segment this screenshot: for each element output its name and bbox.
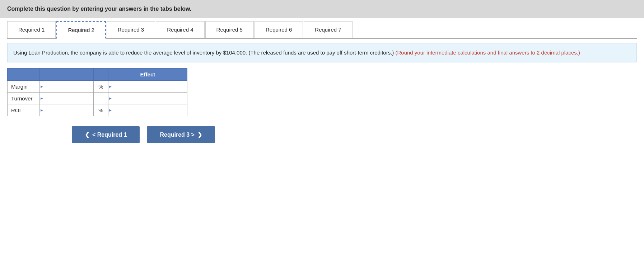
table-row: ROI ► % ► [8, 104, 187, 116]
col-header-empty1 [8, 69, 40, 81]
turnover-effect-input[interactable] [113, 93, 187, 104]
margin-unit: % [94, 81, 108, 93]
prev-label: < Required 1 [92, 132, 127, 138]
header-text: Complete this question by entering your … [7, 6, 191, 12]
nav-buttons: ❮ < Required 1 Required 3 > ❯ [72, 126, 637, 143]
row-label-turnover: Turnover [8, 93, 40, 104]
col-header-empty2 [40, 69, 94, 81]
instruction-box: Using Lean Production, the company is ab… [7, 43, 637, 62]
turnover-arrow-icon: ► [40, 96, 44, 100]
tab-required7[interactable]: Required 7 [304, 21, 352, 38]
next-button[interactable]: Required 3 > ❯ [147, 126, 215, 143]
tab-required4[interactable]: Required 4 [156, 21, 204, 38]
question-note: (Round your intermediate calculations an… [396, 50, 580, 56]
next-icon: ❯ [197, 131, 202, 138]
margin-effect-input[interactable] [113, 81, 187, 92]
table-row: Turnover ► ► [8, 93, 187, 104]
roi-effect-cell: ► [108, 104, 187, 116]
roi-effect-arrow-icon: ► [108, 108, 112, 112]
tab-required6[interactable]: Required 6 [255, 21, 303, 38]
turnover-effect-arrow-icon: ► [108, 96, 112, 100]
question-text: Using Lean Production, the company is ab… [13, 50, 394, 56]
margin-effect-arrow-icon: ► [108, 84, 112, 89]
tab-required3[interactable]: Required 3 [107, 21, 155, 38]
roi-value-input[interactable] [45, 104, 93, 116]
tab-required2[interactable]: Required 2 [56, 21, 106, 39]
roi-arrow-icon: ► [40, 108, 44, 112]
col-header-effect: Effect [108, 69, 187, 81]
turnover-input-cell: ► [40, 93, 94, 104]
col-header-empty3 [94, 69, 108, 81]
data-table-wrapper: Effect Margin ► % [7, 68, 637, 116]
data-table: Effect Margin ► % [7, 68, 187, 116]
roi-effect-input[interactable] [113, 104, 187, 116]
row-label-roi: ROI [8, 104, 40, 116]
row-label-margin: Margin [8, 81, 40, 93]
margin-input-cell: ► [40, 81, 94, 93]
margin-value-input[interactable] [45, 81, 93, 92]
turnover-value-input[interactable] [45, 93, 93, 104]
margin-effect-cell: ► [108, 81, 187, 93]
tabs-container: Required 1 Required 2 Required 3 Require… [7, 18, 637, 39]
turnover-unit [94, 93, 108, 104]
instruction-header: Complete this question by entering your … [0, 0, 644, 18]
prev-button[interactable]: ❮ < Required 1 [72, 126, 140, 143]
tab-required1[interactable]: Required 1 [7, 21, 56, 38]
next-label: Required 3 > [160, 132, 194, 138]
table-row: Margin ► % ► [8, 81, 187, 93]
tab-required5[interactable]: Required 5 [205, 21, 254, 38]
prev-icon: ❮ [85, 131, 89, 138]
roi-input-cell: ► [40, 104, 94, 116]
roi-unit: % [94, 104, 108, 116]
turnover-effect-cell: ► [108, 93, 187, 104]
margin-arrow-icon: ► [40, 84, 44, 89]
